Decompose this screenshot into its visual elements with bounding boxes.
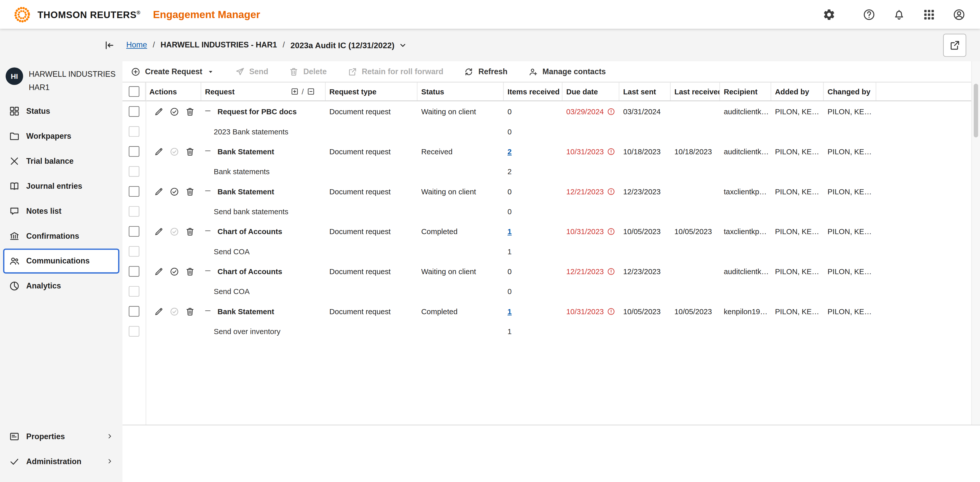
header-cell-changed-by: Changed by bbox=[824, 82, 877, 100]
header-cell-request: Request/ bbox=[201, 82, 326, 100]
sidebar-item-analytics[interactable]: Analytics bbox=[3, 274, 119, 299]
edit-request-button[interactable] bbox=[154, 106, 164, 117]
delete-request-button[interactable] bbox=[185, 306, 195, 316]
sidebar-item-properties[interactable]: Properties bbox=[3, 424, 119, 449]
collapse-row-button[interactable] bbox=[204, 106, 212, 117]
delete-request-button[interactable] bbox=[185, 186, 195, 197]
row-checkbox[interactable] bbox=[129, 266, 139, 277]
collapse-row-button[interactable] bbox=[204, 306, 212, 316]
settings-button[interactable] bbox=[821, 7, 836, 22]
help-button[interactable] bbox=[861, 7, 877, 22]
request-name: Request for PBC docs bbox=[218, 107, 297, 116]
due-date-value: 12/21/2023 bbox=[566, 267, 604, 276]
delete-request-button[interactable] bbox=[185, 227, 195, 236]
header-cell-items-received: Items received bbox=[504, 82, 563, 100]
row-checkbox[interactable] bbox=[129, 146, 139, 157]
manage-contacts-button[interactable]: Manage contacts bbox=[528, 67, 606, 76]
status-value: Completed bbox=[422, 227, 458, 236]
edit-request-button[interactable] bbox=[154, 227, 164, 236]
collapse-row-button[interactable] bbox=[204, 146, 212, 156]
collapse-all-icon[interactable] bbox=[307, 87, 315, 96]
select-all-checkbox[interactable] bbox=[128, 86, 139, 97]
request-cell: Bank Statement bbox=[201, 306, 326, 316]
subrow-items-received: 2 bbox=[508, 167, 512, 176]
added-by-cell: PILON, KE… bbox=[771, 227, 824, 236]
row-checkbox[interactable] bbox=[129, 186, 139, 197]
subrow-checkbox-cell bbox=[123, 166, 146, 177]
create-request-button[interactable]: Create Request bbox=[130, 67, 214, 76]
vertical-scrollbar[interactable] bbox=[971, 61, 980, 425]
expand-all-icon[interactable] bbox=[290, 87, 299, 96]
items-received-value: 0 bbox=[508, 107, 512, 116]
items-received-link[interactable]: 1 bbox=[508, 307, 512, 316]
changed-by-cell: PILON, KE… bbox=[824, 267, 877, 276]
breadcrumb-home-link[interactable]: Home bbox=[126, 41, 147, 49]
app-title: Engagement Manager bbox=[153, 8, 260, 21]
scrollbar-thumb[interactable] bbox=[974, 84, 978, 138]
refresh-button[interactable]: Refresh bbox=[464, 67, 508, 76]
engagement-selector[interactable]: 2023a Audit IC (12/31/2022) bbox=[290, 40, 407, 50]
recipient-value: taxclientkp… bbox=[724, 227, 767, 236]
sidebar-item-notes-list[interactable]: Notes list bbox=[3, 199, 119, 224]
complete-request-button bbox=[169, 306, 180, 316]
separator: / bbox=[302, 87, 304, 96]
last-sent-value: 03/31/2024 bbox=[623, 107, 661, 116]
changed-by-cell: PILON, KE… bbox=[824, 147, 877, 156]
subrow-checkbox bbox=[129, 206, 139, 217]
last-sent-cell: 10/05/2023 bbox=[619, 307, 671, 316]
subrow-checkbox-cell bbox=[123, 326, 146, 337]
account-button[interactable] bbox=[951, 7, 966, 22]
sidebar-item-journal-entries[interactable]: Journal entries bbox=[3, 174, 119, 199]
sidebar-item-trial-balance[interactable]: Trial balance bbox=[3, 149, 119, 174]
delete-request-button[interactable] bbox=[185, 106, 195, 117]
toolbar-button-label: Retain for roll forward bbox=[362, 67, 443, 76]
collapse-row-button[interactable] bbox=[204, 186, 212, 197]
sidebar-item-workpapers[interactable]: Workpapers bbox=[3, 124, 119, 149]
row-checkbox[interactable] bbox=[129, 306, 139, 317]
subrow-checkbox-cell bbox=[123, 206, 146, 217]
column-header-label: Items received bbox=[508, 87, 560, 96]
sidebar-item-administration[interactable]: Administration bbox=[3, 449, 119, 474]
edit-request-button[interactable] bbox=[154, 186, 164, 197]
subrow-checkbox bbox=[129, 326, 139, 337]
complete-request-button bbox=[169, 227, 180, 236]
item-description: Send bank statements bbox=[214, 207, 288, 216]
column-header-label: Due date bbox=[566, 87, 598, 96]
open-in-new-window-button[interactable] bbox=[943, 33, 966, 57]
collapse-sidebar-button[interactable] bbox=[100, 37, 117, 53]
request-name: Chart of Accounts bbox=[218, 267, 282, 276]
breadcrumb-client-link[interactable]: HARWELL INDUSTRIES - HAR1 bbox=[161, 41, 277, 49]
complete-icon bbox=[169, 227, 180, 236]
complete-request-button[interactable] bbox=[169, 266, 180, 276]
top-header: THOMSON REUTERS® Engagement Manager bbox=[0, 0, 980, 29]
send-button: Send bbox=[235, 67, 268, 76]
requests-table: ActionsRequest/Request typeStatusItems r… bbox=[123, 82, 980, 425]
edit-request-button[interactable] bbox=[154, 306, 164, 316]
status-cell: Completed bbox=[417, 307, 504, 316]
row-checkbox[interactable] bbox=[129, 226, 139, 237]
row-checkbox[interactable] bbox=[129, 106, 139, 117]
delete-request-button[interactable] bbox=[185, 266, 195, 276]
edit-request-button[interactable] bbox=[154, 266, 164, 276]
sidebar-item-status[interactable]: Status bbox=[3, 99, 119, 124]
collapse-row-button[interactable] bbox=[204, 266, 212, 276]
due-date-value: 10/31/2023 bbox=[566, 227, 604, 236]
app-launcher-button[interactable] bbox=[921, 7, 936, 22]
notifications-button[interactable] bbox=[891, 7, 906, 22]
subrow-checkbox-cell bbox=[123, 246, 146, 257]
status-cell: Waiting on client bbox=[417, 107, 504, 116]
collapse-row-button[interactable] bbox=[204, 227, 212, 236]
sidebar-item-confirmations[interactable]: Confirmations bbox=[3, 224, 119, 249]
delete-request-button[interactable] bbox=[185, 146, 195, 156]
items-received-link[interactable]: 1 bbox=[508, 227, 512, 236]
complete-request-button[interactable] bbox=[169, 106, 180, 117]
last-received-cell: 10/18/2023 bbox=[671, 147, 720, 156]
edit-request-button[interactable] bbox=[154, 146, 164, 156]
item-description-cell: Send COA bbox=[201, 287, 326, 296]
column-header-label: Changed by bbox=[827, 87, 870, 96]
complete-request-button[interactable] bbox=[169, 186, 180, 197]
expand-collapse-controls: / bbox=[290, 87, 315, 96]
sidebar-item-communications[interactable]: Communications bbox=[3, 249, 119, 274]
due-date-cell: 03/29/2024 bbox=[563, 107, 619, 116]
items-received-link[interactable]: 2 bbox=[508, 147, 512, 156]
